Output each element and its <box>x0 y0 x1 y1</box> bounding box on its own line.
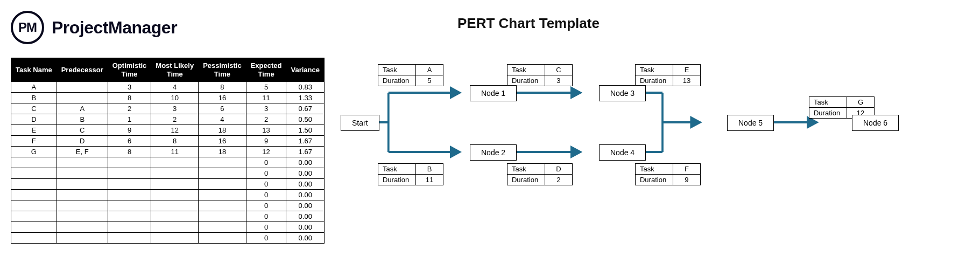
table-cell[interactable]: 1.50 <box>286 125 325 136</box>
table-cell[interactable]: 3 <box>151 103 199 114</box>
table-cell[interactable]: 3 <box>108 82 151 93</box>
table-cell[interactable]: 9 <box>108 125 151 136</box>
table-cell[interactable]: 4 <box>199 114 246 125</box>
table-cell[interactable] <box>57 233 108 244</box>
table-cell[interactable] <box>151 211 199 222</box>
table-cell[interactable]: 0.00 <box>286 179 325 190</box>
table-cell[interactable] <box>57 93 108 103</box>
table-cell[interactable]: 8 <box>199 82 246 93</box>
table-cell[interactable]: B <box>57 114 108 125</box>
table-cell[interactable]: 16 <box>199 136 246 147</box>
table-cell[interactable] <box>108 157 151 168</box>
table-cell[interactable]: 2 <box>246 114 286 125</box>
table-cell[interactable]: 2 <box>151 114 199 125</box>
table-cell[interactable] <box>108 168 151 179</box>
table-cell[interactable] <box>108 190 151 200</box>
table-cell[interactable] <box>57 222 108 233</box>
table-cell[interactable]: 13 <box>246 125 286 136</box>
table-cell[interactable]: A <box>57 103 108 114</box>
table-cell[interactable] <box>11 211 57 222</box>
table-cell[interactable] <box>108 211 151 222</box>
table-cell[interactable] <box>57 168 108 179</box>
table-cell[interactable]: 18 <box>199 125 246 136</box>
table-cell[interactable]: 9 <box>246 136 286 147</box>
table-cell[interactable] <box>199 233 246 244</box>
table-cell[interactable] <box>11 179 57 190</box>
table-cell[interactable] <box>57 179 108 190</box>
table-cell[interactable]: 0.00 <box>286 200 325 211</box>
table-cell[interactable]: 0.00 <box>286 190 325 200</box>
table-cell[interactable]: E, F <box>57 147 108 157</box>
table-cell[interactable]: 1 <box>108 114 151 125</box>
table-cell[interactable]: 0 <box>246 200 286 211</box>
table-cell[interactable]: 0 <box>246 190 286 200</box>
table-cell[interactable]: 0 <box>246 179 286 190</box>
table-cell[interactable] <box>11 200 57 211</box>
table-cell[interactable]: A <box>11 82 57 93</box>
table-cell[interactable]: 16 <box>199 93 246 103</box>
table-cell[interactable]: C <box>57 125 108 136</box>
table-cell[interactable] <box>11 222 57 233</box>
table-cell[interactable] <box>57 211 108 222</box>
table-cell[interactable] <box>199 157 246 168</box>
table-cell[interactable]: 0.00 <box>286 233 325 244</box>
table-cell[interactable]: E <box>11 125 57 136</box>
table-cell[interactable]: D <box>11 114 57 125</box>
table-cell[interactable] <box>151 222 199 233</box>
table-cell[interactable]: B <box>11 93 57 103</box>
table-cell[interactable]: 0.00 <box>286 157 325 168</box>
table-cell[interactable]: 3 <box>246 103 286 114</box>
table-cell[interactable] <box>57 157 108 168</box>
table-cell[interactable]: 0.00 <box>286 211 325 222</box>
table-cell[interactable]: 0 <box>246 233 286 244</box>
table-cell[interactable]: 6 <box>108 136 151 147</box>
table-cell[interactable]: 18 <box>199 147 246 157</box>
table-cell[interactable]: 12 <box>151 125 199 136</box>
table-cell[interactable]: 2 <box>108 103 151 114</box>
table-cell[interactable] <box>151 233 199 244</box>
table-cell[interactable] <box>199 168 246 179</box>
table-cell[interactable]: 0.50 <box>286 114 325 125</box>
table-cell[interactable] <box>57 82 108 93</box>
table-cell[interactable]: 8 <box>108 93 151 103</box>
table-cell[interactable]: D <box>57 136 108 147</box>
table-cell[interactable] <box>11 168 57 179</box>
table-cell[interactable]: 11 <box>246 93 286 103</box>
table-cell[interactable] <box>57 200 108 211</box>
table-cell[interactable] <box>151 168 199 179</box>
table-cell[interactable]: 1.67 <box>286 136 325 147</box>
table-cell[interactable]: 0 <box>246 211 286 222</box>
table-cell[interactable]: 1.33 <box>286 93 325 103</box>
table-cell[interactable] <box>151 190 199 200</box>
table-cell[interactable] <box>151 200 199 211</box>
table-cell[interactable] <box>199 200 246 211</box>
table-cell[interactable]: 11 <box>151 147 199 157</box>
table-cell[interactable]: C <box>11 103 57 114</box>
table-cell[interactable]: 6 <box>199 103 246 114</box>
table-cell[interactable] <box>57 190 108 200</box>
table-cell[interactable]: 0 <box>246 222 286 233</box>
table-cell[interactable] <box>151 157 199 168</box>
table-cell[interactable]: 12 <box>246 147 286 157</box>
table-cell[interactable]: 1.67 <box>286 147 325 157</box>
table-cell[interactable]: F <box>11 136 57 147</box>
table-cell[interactable] <box>108 233 151 244</box>
table-cell[interactable] <box>199 179 246 190</box>
table-cell[interactable]: 4 <box>151 82 199 93</box>
table-cell[interactable]: 0.00 <box>286 168 325 179</box>
table-cell[interactable] <box>151 179 199 190</box>
table-cell[interactable]: 0.67 <box>286 103 325 114</box>
table-cell[interactable] <box>199 190 246 200</box>
table-cell[interactable]: 5 <box>246 82 286 93</box>
table-cell[interactable]: 8 <box>108 147 151 157</box>
table-cell[interactable]: 0 <box>246 157 286 168</box>
table-cell[interactable] <box>11 190 57 200</box>
table-cell[interactable]: 0.00 <box>286 222 325 233</box>
table-cell[interactable] <box>108 222 151 233</box>
table-cell[interactable]: G <box>11 147 57 157</box>
table-cell[interactable]: 10 <box>151 93 199 103</box>
table-cell[interactable]: 0 <box>246 168 286 179</box>
table-cell[interactable] <box>199 211 246 222</box>
table-cell[interactable]: 0.83 <box>286 82 325 93</box>
table-cell[interactable] <box>199 222 246 233</box>
